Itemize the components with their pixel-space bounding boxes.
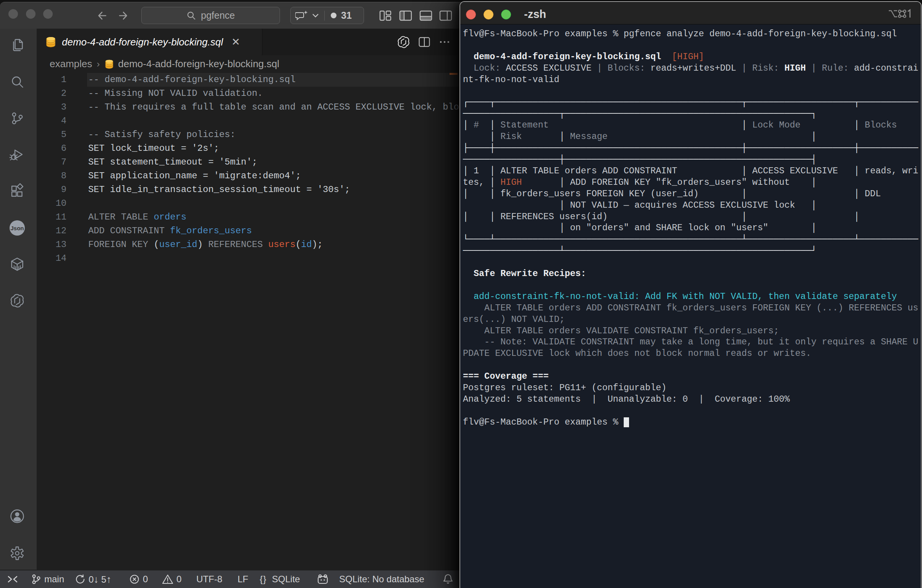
- svg-text:Json: Json: [10, 224, 24, 231]
